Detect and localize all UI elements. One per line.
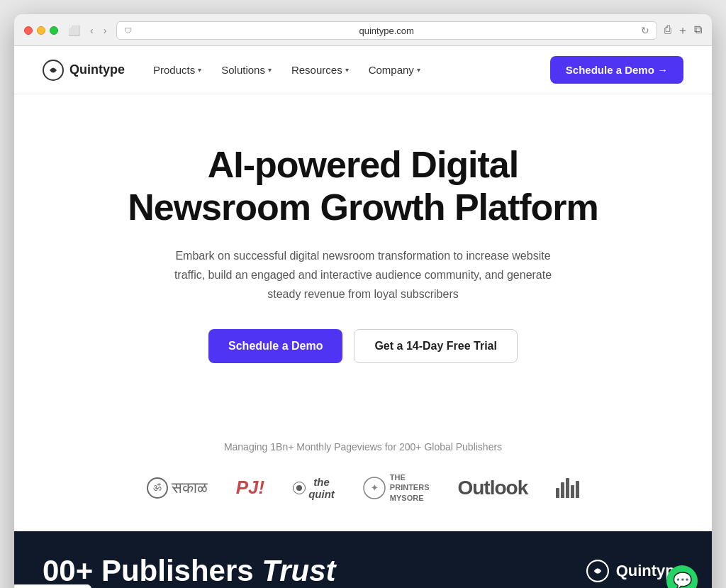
tabs-icon[interactable]: ⧉ (694, 23, 702, 38)
nav-company-label: Company (369, 64, 414, 76)
new-tab-icon[interactable]: ＋ (677, 23, 688, 38)
bar3 (566, 478, 569, 498)
browser-controls: ⬜ ‹ › (65, 23, 109, 38)
quint-logo: thequint (293, 476, 335, 500)
forward-button[interactable]: › (101, 23, 110, 38)
sakal-text: सकाळ (172, 479, 208, 497)
logo-area[interactable]: Quintype (43, 60, 125, 81)
chevron-down-icon: ▾ (268, 66, 272, 74)
nav-item-solutions[interactable]: Solutions ▾ (221, 64, 272, 76)
language-selector[interactable]: 🇬🇧 English › (14, 584, 91, 588)
quintype-logo-icon (43, 60, 64, 81)
pj-logo: PJ! (236, 477, 264, 499)
hero-title: AI-powered Digital Newsroom Growth Platf… (122, 144, 604, 229)
nav-products-label: Products (153, 64, 195, 76)
close-button[interactable] (24, 26, 33, 35)
publishers-label: Managing 1Bn+ Monthly Pageviews for 200+… (43, 441, 683, 453)
outlook-text: Outlook (457, 477, 527, 499)
bar2 (561, 482, 564, 498)
whatsapp-icon: 💬 (673, 572, 692, 588)
page-content: Quintype Products ▾ Solutions ▾ Resource… (14, 46, 712, 588)
bar4 (571, 485, 574, 498)
dark-section: 00+ Publishers Trust Quintype (14, 531, 712, 588)
outlook-logo: Outlook (457, 477, 527, 499)
sakal-circle-icon: ॐ (147, 477, 168, 499)
publishers-count: 00+ Publishers Trust (43, 554, 336, 587)
nav-solutions-label: Solutions (221, 64, 265, 76)
nav-item-resources[interactable]: Resources ▾ (291, 64, 349, 76)
hero-buttons: Schedule a Demo Get a 14-Day Free Trial (43, 329, 683, 363)
navbar: Quintype Products ▾ Solutions ▾ Resource… (14, 46, 712, 94)
pj-text: PJ! (236, 477, 264, 498)
svg-text:✦: ✦ (371, 483, 378, 493)
lock-icon: 🛡 (124, 26, 132, 35)
logo-text: Quintype (69, 62, 125, 77)
chevron-down-icon: ▾ (345, 66, 349, 74)
barchart-logo (556, 478, 579, 498)
chevron-down-icon: ▾ (198, 66, 201, 74)
browser-actions: ⎙ ＋ ⧉ (664, 23, 702, 38)
dark-section-title: 00+ Publishers Trust (43, 554, 336, 588)
nav-item-company[interactable]: Company ▾ (369, 64, 420, 76)
nav-item-products[interactable]: Products ▾ (153, 64, 201, 76)
dark-quintype-logo-icon (586, 560, 609, 582)
refresh-icon[interactable]: ↻ (641, 25, 649, 36)
quint-text: thequint (308, 476, 335, 500)
traffic-lights (24, 26, 58, 35)
minimize-button[interactable] (37, 26, 45, 35)
publishers-section: Managing 1Bn+ Monthly Pageviews for 200+… (14, 441, 712, 531)
hero-subtitle: Embark on successful digital newsroom tr… (164, 246, 562, 304)
free-trial-button[interactable]: Get a 14-Day Free Trial (354, 329, 518, 363)
sakal-logo: ॐ सकाळ (147, 477, 208, 499)
bar5 (576, 481, 579, 498)
browser-chrome: ⬜ ‹ › 🛡 quintype.com ↻ ⎙ ＋ ⧉ (14, 14, 712, 46)
back-button[interactable]: ‹ (87, 23, 96, 38)
nav-resources-label: Resources (291, 64, 342, 76)
maximize-button[interactable] (50, 26, 58, 35)
bottom-section: 🇬🇧 English › 00+ Publishers Trust Quinty… (14, 531, 712, 588)
address-bar[interactable]: quintype.com (138, 26, 635, 36)
window-icon[interactable]: ⬜ (65, 23, 83, 38)
quint-circle-icon (293, 482, 306, 494)
bar1 (556, 488, 559, 498)
chevron-down-icon: ▾ (417, 66, 420, 74)
nav-links: Products ▾ Solutions ▾ Resources ▾ Compa… (153, 64, 550, 76)
printers-emblem-icon: ✦ (363, 477, 386, 499)
schedule-demo-button[interactable]: Schedule a Demo (208, 329, 342, 363)
share-icon[interactable]: ⎙ (664, 23, 671, 38)
printers-text: THEPRINTERSMYSORE (390, 472, 430, 503)
printers-mysore-logo: ✦ THEPRINTERSMYSORE (363, 472, 430, 503)
publishers-logos: ॐ सकाळ PJ! thequint (43, 472, 683, 503)
hero-section: AI-powered Digital Newsroom Growth Platf… (14, 94, 712, 441)
address-bar-wrapper[interactable]: 🛡 quintype.com ↻ (116, 21, 657, 40)
nav-schedule-demo-button[interactable]: Schedule a Demo → (550, 56, 683, 84)
